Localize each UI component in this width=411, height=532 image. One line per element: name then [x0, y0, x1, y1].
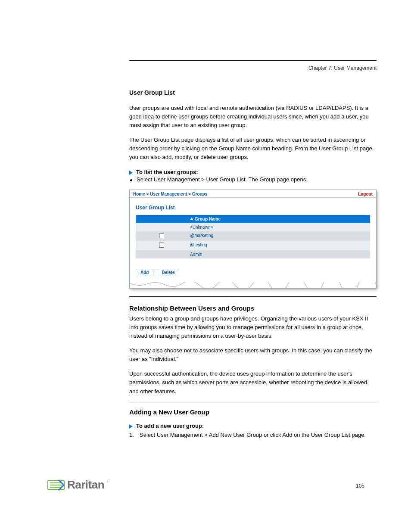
- logo-dot: .: [107, 478, 108, 483]
- dot-bullet: Select User Management > User Group List…: [129, 176, 377, 183]
- numbered-step: 1. Select User Management > Add New User…: [129, 431, 377, 439]
- sort-asc-icon: [190, 218, 193, 220]
- table-row: Admin: [136, 250, 370, 258]
- bullet-icon: [130, 179, 132, 181]
- section-heading-adding: Adding a New User Group: [129, 408, 377, 416]
- row-checkbox[interactable]: [159, 243, 164, 248]
- page-number: 105: [356, 483, 364, 489]
- logo-text: Raritan: [67, 478, 104, 492]
- panel-title: User Group List: [130, 198, 376, 215]
- arrow-bullet: To add a new user group:: [129, 423, 377, 429]
- bullet-label: To list the user groups:: [136, 169, 198, 175]
- screenshot-user-group-list: Home > User Management > Groups Logout U…: [129, 190, 377, 289]
- raritan-logo: Raritan.: [47, 478, 108, 492]
- logo-mark-icon: [47, 479, 65, 491]
- column-header-group-name[interactable]: Group Name: [187, 215, 370, 223]
- bullet-label: To add a new user group:: [136, 423, 204, 429]
- torn-edge: [130, 282, 376, 288]
- table-row: @testing: [136, 241, 370, 250]
- section-heading-ugl: User Group List: [129, 88, 377, 98]
- group-link[interactable]: <Unknown>: [187, 223, 370, 231]
- add-button[interactable]: Add: [136, 269, 153, 276]
- group-link[interactable]: Admin: [187, 250, 370, 258]
- chapter-label: Chapter 7: User Management: [129, 65, 377, 71]
- breadcrumb[interactable]: Home > User Management > Groups: [133, 192, 207, 196]
- arrow-right-icon: [129, 171, 133, 175]
- arrow-right-icon: [129, 424, 133, 429]
- table-row: <Unknown>: [136, 223, 370, 231]
- section-heading-relationship: Relationship Between Users and Groups: [129, 305, 377, 312]
- bullet-label: Select User Management > User Group List…: [137, 176, 308, 183]
- paragraph: You may also choose not to associate spe…: [129, 346, 377, 364]
- group-link[interactable]: @marketing: [187, 231, 370, 241]
- paragraph: Upon successful authentication, the devi…: [129, 370, 377, 395]
- row-checkbox[interactable]: [159, 233, 164, 238]
- arrow-bullet: To list the user groups:: [129, 169, 377, 175]
- paragraph: Users belong to a group and groups have …: [129, 314, 377, 340]
- logout-link[interactable]: Logout: [358, 192, 373, 196]
- group-link[interactable]: @testing: [187, 241, 370, 250]
- table-row: @marketing: [136, 231, 370, 241]
- paragraph: User groups are used with local and remo…: [129, 104, 377, 130]
- delete-button[interactable]: Delete: [157, 269, 179, 276]
- group-table: Group Name <Unknown> @marketing @testing…: [136, 215, 370, 258]
- paragraph: The User Group List page displays a list…: [129, 136, 377, 162]
